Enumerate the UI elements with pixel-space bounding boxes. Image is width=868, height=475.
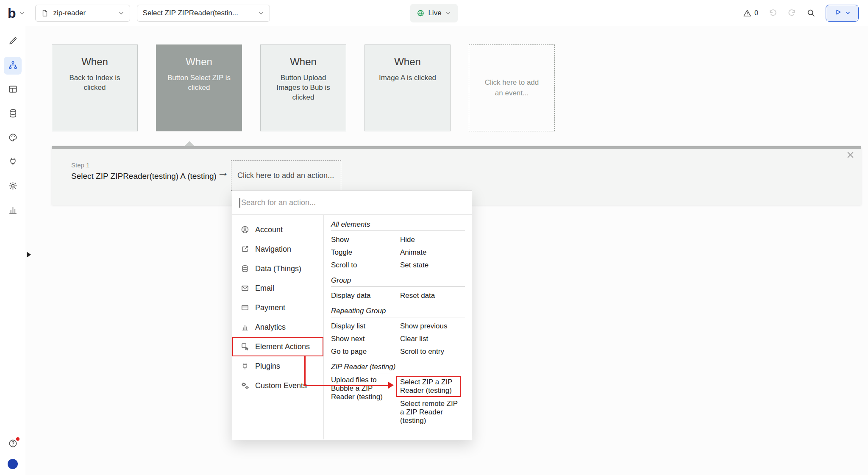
action-item-display-data[interactable]: Display data <box>331 289 400 302</box>
help-button[interactable] <box>4 435 22 453</box>
top-bar-actions: 0 <box>743 5 859 22</box>
action-item-toggle[interactable]: Toggle <box>331 246 400 259</box>
sidebar-item-design[interactable] <box>4 33 22 50</box>
sidebar-expander-arrow[interactable] <box>27 252 31 258</box>
chevron-down-icon <box>258 10 264 16</box>
section-items: Display listShow previousShow nextClear … <box>331 320 465 358</box>
action-category-plugins[interactable]: Plugins <box>232 356 323 376</box>
gear-icon <box>8 181 18 192</box>
action-item-animate[interactable]: Animate <box>400 246 465 259</box>
data-icon <box>241 264 249 273</box>
sidebar-item-plugins[interactable] <box>4 153 22 171</box>
action-item-reset-data[interactable]: Reset data <box>400 289 465 302</box>
bubble-editor: b zip-reader Select ZIP ZIPReader(testin… <box>0 0 868 475</box>
event-card-back-to-index-is-clicked[interactable]: WhenBack to Index is clicked <box>52 44 138 131</box>
category-label: Navigation <box>255 245 291 254</box>
action-item-go-to-page[interactable]: Go to page <box>331 345 400 358</box>
step-1-block[interactable]: Step 1 Select ZIP ZIPReader(testing) A (… <box>71 161 217 181</box>
category-label: Custom Events <box>255 381 307 390</box>
action-picker-popup: AccountNavigationData (Things)EmailPayme… <box>232 190 472 440</box>
add-action-box[interactable]: Click here to add an action... <box>231 160 341 191</box>
annotation-line-vertical <box>304 356 306 386</box>
payment-icon <box>241 303 249 312</box>
environment-selector[interactable]: Live <box>410 4 458 22</box>
user-avatar[interactable] <box>8 459 18 469</box>
action-item-show-previous[interactable]: Show previous <box>400 320 465 333</box>
category-label: Data (Things) <box>255 264 301 273</box>
category-label: Payment <box>255 303 285 312</box>
action-item-show[interactable]: Show <box>331 233 400 246</box>
play-icon <box>834 8 842 18</box>
action-category-element-actions[interactable]: Element Actions <box>232 337 323 356</box>
action-search[interactable] <box>232 191 472 215</box>
preview-button[interactable] <box>826 5 859 22</box>
event-subtitle: Button Select ZIP is clicked <box>164 73 234 93</box>
action-item-hide[interactable]: Hide <box>400 233 465 246</box>
events-row: WhenBack to Index is clickedWhenButton S… <box>52 44 555 131</box>
sidebar-item-logs[interactable] <box>4 202 22 219</box>
section-title: Group <box>331 275 465 287</box>
action-category-navigation[interactable]: Navigation <box>232 239 323 259</box>
arrow-right-icon <box>217 166 229 179</box>
action-category-data-things[interactable]: Data (Things) <box>232 259 323 278</box>
bubble-logo-menu[interactable]: b <box>8 6 25 20</box>
action-category-email[interactable]: Email <box>232 278 323 298</box>
event-subtitle: Back to Index is clicked <box>59 73 130 93</box>
element-selector-value: Select ZIP ZIPReader(testin... <box>143 9 253 17</box>
search-icon[interactable] <box>807 8 815 17</box>
horizontal-scrollbar[interactable] <box>52 146 861 149</box>
action-section-repeating-group: Repeating GroupDisplay listShow previous… <box>331 306 465 358</box>
category-label: Email <box>255 284 274 293</box>
section-items: Upload files to Bubble a ZIP Reader (tes… <box>331 376 465 425</box>
sidebar-item-styles[interactable] <box>4 129 22 147</box>
page-document-icon <box>41 9 49 17</box>
plugins-icon <box>241 362 249 370</box>
action-item-select-remote-zip-a-zip-reader-testing[interactable]: Select remote ZIP a ZIP Reader (testing) <box>400 400 465 425</box>
email-icon <box>241 284 249 292</box>
chevron-down-icon <box>845 10 851 16</box>
issues-indicator[interactable]: 0 <box>743 9 758 17</box>
environment-label: Live <box>428 9 441 17</box>
sidebar-item-workflow[interactable] <box>4 57 22 75</box>
event-subtitle: Image A is clicked <box>372 73 443 83</box>
action-search-input[interactable] <box>241 198 465 207</box>
globe-icon <box>417 9 424 17</box>
action-item-set-state[interactable]: Set state <box>400 259 465 272</box>
pencil-icon <box>8 36 18 47</box>
category-label: Analytics <box>255 323 286 332</box>
add-event-box[interactable]: Click here to add an event... <box>469 44 555 131</box>
redo-icon[interactable] <box>787 8 796 17</box>
element-selector-dropdown[interactable]: Select ZIP ZIPReader(testin... <box>137 5 270 22</box>
event-card-button-select-zip-is-clicked[interactable]: WhenButton Select ZIP is clicked <box>156 44 242 131</box>
account-icon <box>241 225 249 234</box>
action-item-clear-list[interactable]: Clear list <box>400 333 465 345</box>
action-category-account[interactable]: Account <box>232 220 323 239</box>
issues-count: 0 <box>754 9 758 17</box>
action-item-display-list[interactable]: Display list <box>331 320 400 333</box>
action-category-analytics[interactable]: Analytics <box>232 317 323 337</box>
action-item-select-zip-a-zip-reader-testing[interactable]: Select ZIP a ZIP Reader (testing) <box>400 376 465 397</box>
action-item-scroll-to-entry[interactable]: Scroll to entry <box>400 345 465 358</box>
page-selector-dropdown[interactable]: zip-reader <box>35 5 130 22</box>
close-icon[interactable] <box>846 151 854 159</box>
warning-icon <box>743 9 751 17</box>
step-number: Step 1 <box>71 161 217 169</box>
palette-icon <box>8 133 18 144</box>
action-category-payment[interactable]: Payment <box>232 298 323 317</box>
category-label: Element Actions <box>255 342 310 351</box>
annotation-line-horizontal <box>304 385 388 386</box>
sidebar-item-layout[interactable] <box>4 81 22 99</box>
sidebar-item-data[interactable] <box>4 105 22 123</box>
event-title: When <box>59 56 130 68</box>
event-card-button-upload-images-to-bub-is-clicked[interactable]: WhenButton Upload Images to Bub is click… <box>260 44 346 131</box>
plug-icon <box>8 157 18 168</box>
undo-icon[interactable] <box>768 8 777 17</box>
section-title: All elements <box>331 219 465 231</box>
custom-events-icon <box>241 381 249 390</box>
sidebar-item-settings[interactable] <box>4 178 22 195</box>
step-title: Select ZIP ZIPReader(testing) A (testing… <box>71 172 217 181</box>
event-card-image-a-is-clicked[interactable]: WhenImage A is clicked <box>364 44 451 131</box>
action-item-show-next[interactable]: Show next <box>331 333 400 345</box>
event-title: When <box>268 56 339 68</box>
action-item-scroll-to[interactable]: Scroll to <box>331 259 400 272</box>
